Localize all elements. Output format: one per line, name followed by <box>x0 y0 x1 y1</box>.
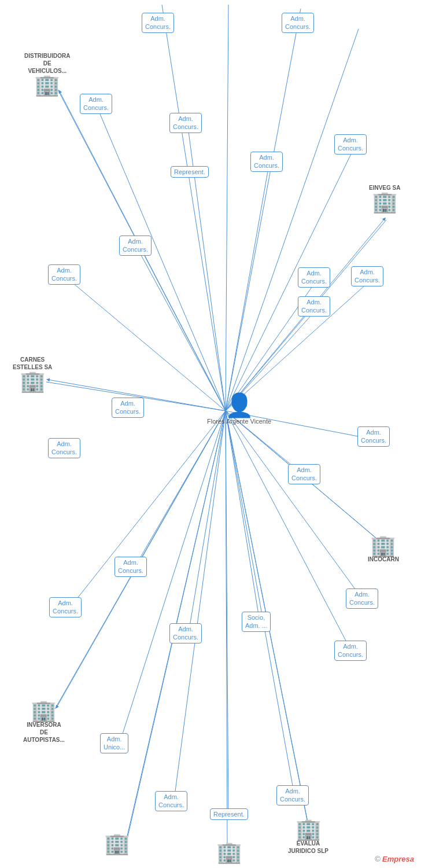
svg-line-7 <box>162 5 226 411</box>
building-icon-8: 🏢 <box>216 842 242 863</box>
svg-line-14 <box>226 150 353 411</box>
svg-line-24 <box>188 411 226 637</box>
svg-line-10 <box>226 29 359 411</box>
svg-line-30 <box>226 411 228 815</box>
building-icon-7: 🏢 <box>104 833 130 854</box>
label-concurs-9: Adm.Concurs. <box>298 296 330 317</box>
svg-line-25 <box>226 411 260 625</box>
label-concurs-20: Adm.Concurs. <box>155 791 187 811</box>
svg-line-8 <box>226 5 228 411</box>
company-inversora: 🏢 INVERSORADEAUTOPISTAS... <box>23 700 65 744</box>
label-concurs-2: Adm.Concurs. <box>80 94 112 114</box>
label-socio: Socio,Adm. ... <box>242 612 271 632</box>
company-einveg: EINVEG SA 🏢 <box>369 184 400 212</box>
person-icon: 👤 <box>225 393 254 417</box>
label-concurs-10: Adm.Concurs. <box>351 266 383 286</box>
label-concurs-14: Adm.Concurs. <box>288 464 320 484</box>
label-concurs-7: Adm.Concurs. <box>48 264 80 285</box>
company-incocarn: 🏢 INCOCARN <box>368 535 399 562</box>
label-concurs-18: Adm.Concurs. <box>346 589 378 609</box>
svg-line-9 <box>226 9 301 411</box>
label-concurs-11: Adm.Concurs. <box>112 398 144 418</box>
label-concurs-5: Adm.Concurs. <box>334 134 367 155</box>
company-distribuidora: DISTRIBUIDORADEVEHICULOS... 🏢 <box>24 52 70 95</box>
watermark: © Empresa <box>375 855 414 863</box>
label-represent-1: Represent. <box>171 166 209 178</box>
svg-line-15 <box>138 249 226 411</box>
company-evalua: 🏢 EVALUAJURIDICO SLP <box>288 819 328 855</box>
center-person: 👤 Flores Argente Vicente <box>207 393 271 425</box>
label-unico: Adm.Unico... <box>100 733 128 753</box>
building-icon: 🏢 <box>34 75 60 95</box>
svg-line-23 <box>68 411 226 610</box>
label-concurs-13: Adm.Concurs. <box>357 426 390 447</box>
person-label: Flores Argente Vicente <box>207 418 271 425</box>
label-concurs-21: Adm.Concurs. <box>276 785 309 806</box>
company-bottom-left: 🏢 <box>104 833 130 854</box>
company-carnes: CARNESESTELLES SA 🏢 <box>13 356 52 392</box>
svg-line-13 <box>226 165 269 411</box>
company-bottom-center: 🏢 <box>216 842 242 863</box>
label-concurs-top-right: Adm.Concurs. <box>282 13 314 33</box>
svg-line-29 <box>173 411 226 804</box>
label-represent-2: Represent. <box>210 808 248 820</box>
building-icon-6: 🏢 <box>296 819 322 840</box>
label-concurs-15: Adm.Concurs. <box>115 557 147 577</box>
svg-line-16 <box>67 278 226 411</box>
label-concurs-top-left: Adm.Concurs. <box>142 13 174 33</box>
label-concurs-8: Adm.Concurs. <box>298 267 330 288</box>
building-icon-5: 🏢 <box>31 700 57 721</box>
svg-line-22 <box>133 411 226 570</box>
label-concurs-17: Adm.Concurs. <box>169 623 202 643</box>
label-concurs-4: Adm.Concurs. <box>250 152 283 172</box>
label-concurs-3: Adm.Concurs. <box>169 113 202 133</box>
building-icon-2: 🏢 <box>372 192 398 212</box>
building-icon-3: 🏢 <box>20 371 46 392</box>
label-concurs-16: Adm.Concurs. <box>49 597 82 617</box>
svg-line-28 <box>119 411 226 746</box>
label-concurs-6: Adm.Concurs. <box>119 236 152 256</box>
svg-line-31 <box>226 411 295 799</box>
svg-line-26 <box>226 411 364 602</box>
svg-line-39 <box>226 411 227 849</box>
svg-line-11 <box>98 110 226 411</box>
building-icon-4: 🏢 <box>370 535 396 556</box>
label-concurs-19: Adm.Concurs. <box>334 641 367 661</box>
label-concurs-12: Adm.Concurs. <box>48 438 80 458</box>
